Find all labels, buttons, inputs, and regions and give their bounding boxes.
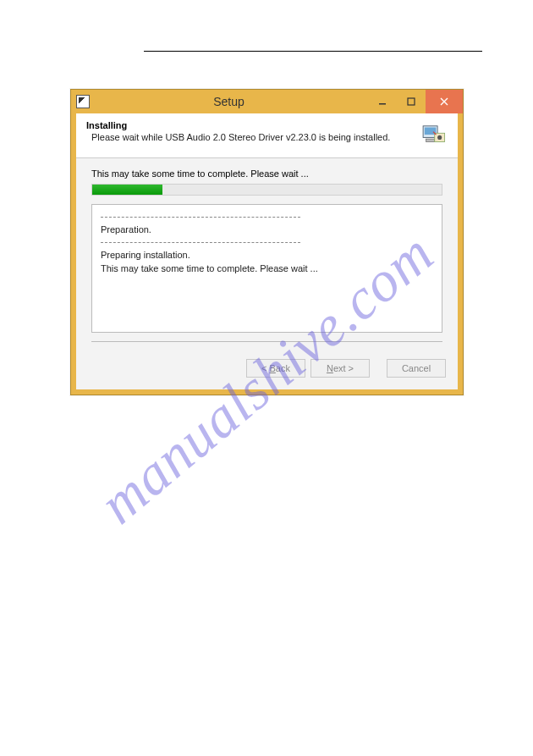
- close-button[interactable]: [426, 90, 463, 113]
- window-controls: [368, 90, 463, 113]
- titlebar[interactable]: Setup: [71, 90, 463, 113]
- next-button[interactable]: Next >: [310, 359, 370, 378]
- log-line-wait: This may take some time to complete. Ple…: [101, 262, 433, 276]
- log-separator: [101, 217, 300, 218]
- back-button[interactable]: < Back: [246, 359, 305, 378]
- minimize-button[interactable]: [368, 90, 397, 113]
- window-title: Setup: [90, 95, 368, 108]
- button-row: < Back Next > Cancel: [76, 349, 458, 389]
- cancel-button[interactable]: Cancel: [387, 359, 446, 378]
- maximize-icon: [407, 97, 415, 106]
- log-box: Preparation. Preparing installation. Thi…: [91, 204, 442, 333]
- installer-body: Installing Please wait while USB Audio 2…: [71, 113, 463, 395]
- setup-window: Setup Installing Please wait while USB A…: [70, 89, 464, 395]
- svg-point-6: [437, 135, 442, 140]
- header-title: Installing: [86, 120, 412, 130]
- log-line-preparation: Preparation.: [101, 223, 433, 237]
- log-line-preparing: Preparing installation.: [101, 248, 433, 262]
- log-separator: [101, 242, 300, 243]
- svg-rect-1: [408, 98, 415, 105]
- header-section: Installing Please wait while USB Audio 2…: [76, 113, 458, 158]
- maximize-button[interactable]: [397, 90, 426, 113]
- content-section: This may take some time to complete. Ple…: [76, 158, 458, 349]
- progress-fill: [92, 185, 162, 195]
- header-subtitle: Please wait while USB Audio 2.0 Stereo D…: [91, 132, 412, 142]
- close-icon: [440, 97, 448, 106]
- svg-rect-0: [379, 103, 386, 105]
- footer-rule: [91, 341, 442, 342]
- app-icon: [76, 95, 90, 108]
- page-top-rule: [144, 51, 482, 52]
- installer-icon: [419, 120, 448, 149]
- minimize-icon: [378, 97, 387, 106]
- progress-label: This may take some time to complete. Ple…: [91, 168, 442, 179]
- svg-rect-4: [426, 139, 435, 141]
- progress-bar: [91, 184, 442, 196]
